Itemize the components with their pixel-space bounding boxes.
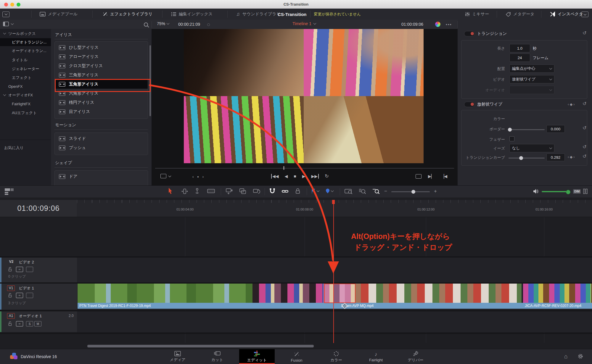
horizontal-scrollbar[interactable]: [87, 345, 314, 347]
timeline-playhead[interactable]: [333, 200, 334, 343]
viewer-zoom-select[interactable]: 75%: [157, 21, 169, 26]
transition-item[interactable]: 三角形アイリス: [55, 70, 148, 80]
clip-thumbnails[interactable]: [355, 284, 522, 303]
sidebar-item-toolbox[interactable]: ツールボックス: [0, 30, 59, 38]
library-layout-button[interactable]: [3, 22, 13, 26]
settings-gear-button[interactable]: [577, 353, 584, 360]
play-button[interactable]: ▶: [302, 174, 305, 179]
position-lock-button[interactable]: [295, 188, 300, 194]
match-frame-out-button[interactable]: ▶▏: [428, 174, 435, 179]
previous-clip-button[interactable]: ◀◀: [271, 174, 279, 179]
track-enable-icon[interactable]: [26, 267, 33, 272]
keyframe-nav-icon[interactable]: ‹◆›: [568, 102, 575, 106]
track-lock-icon[interactable]: [8, 267, 12, 271]
video-transition-select[interactable]: 放射状ワイプ: [509, 75, 554, 83]
zoom-out-button[interactable]: −: [384, 188, 387, 194]
zoom-button[interactable]: [17, 3, 20, 7]
selection-mode-button[interactable]: [168, 188, 173, 194]
track-name[interactable]: ビデオ 1: [19, 286, 34, 291]
auto-select-icon[interactable]: ‹›: [16, 293, 23, 298]
minimize-button[interactable]: [10, 3, 14, 7]
clip-name-bar[interactable]: JICA-AVP-RC5F-REV-0207-20.mp4: [523, 303, 592, 309]
track-name[interactable]: ビデオ 2: [19, 260, 34, 265]
reset-icon[interactable]: ↺: [583, 125, 586, 131]
transition-item[interactable]: ひし型アイリス: [55, 43, 148, 52]
reset-icon[interactable]: ↺: [583, 30, 586, 36]
align-select[interactable]: 編集点が中心: [509, 64, 554, 73]
edit-index-button[interactable]: 編集インデックス: [166, 9, 217, 20]
mixer-button[interactable]: ミキサー: [460, 9, 494, 20]
sound-library-button[interactable]: ♫ サウンドライブラリ: [231, 9, 285, 20]
track-badge[interactable]: V2: [8, 259, 15, 264]
page-color[interactable]: カラー: [318, 349, 354, 364]
transition-item[interactable]: アローアイリス: [55, 52, 148, 61]
viewer-playhead[interactable]: [284, 166, 284, 170]
timeline-panel-toggle-icon[interactable]: [583, 189, 588, 194]
linked-selection-button[interactable]: [282, 188, 288, 194]
gang-indicator-icon[interactable]: [207, 23, 210, 26]
dual-screen-button[interactable]: [581, 12, 588, 17]
metadata-button[interactable]: メタデータ: [501, 9, 539, 20]
clip-name-bar[interactable]: Saturn AVP MQ.mp4: [339, 303, 523, 309]
trim-mode-button[interactable]: [181, 189, 188, 194]
clip-thumbnails[interactable]: [523, 284, 591, 303]
curve-slider[interactable]: [509, 158, 545, 158]
curve-value-field[interactable]: 0.292: [546, 153, 565, 161]
transition-item[interactable]: スライド: [55, 134, 148, 143]
viewer-crop-tool[interactable]: [160, 174, 171, 178]
page-fusion[interactable]: Fusion: [279, 349, 314, 364]
reset-icon[interactable]: ↺: [583, 101, 586, 106]
track-lane-v2[interactable]: [77, 258, 592, 282]
reset-icon[interactable]: ↺: [583, 153, 586, 159]
auto-select-icon[interactable]: ‹›: [16, 321, 23, 326]
dim-button[interactable]: DIM: [573, 189, 581, 194]
border-slider[interactable]: [509, 129, 545, 130]
stop-button[interactable]: ■: [294, 174, 296, 179]
insert-clip-button[interactable]: [226, 188, 233, 195]
ease-select[interactable]: なし: [509, 144, 554, 152]
viewer-seekbar[interactable]: [155, 168, 454, 169]
sidebar-item-favorites[interactable]: お気に入り: [0, 144, 55, 152]
snapping-button[interactable]: [269, 188, 275, 194]
keyframe-nav-icon[interactable]: ‹◆›: [568, 155, 575, 159]
mute-button[interactable]: M: [34, 321, 41, 326]
replace-clip-button[interactable]: [253, 188, 260, 195]
reset-icon[interactable]: ↺: [583, 144, 586, 150]
playhead-handle[interactable]: [332, 200, 335, 204]
viewer-options-button[interactable]: •••: [446, 22, 452, 27]
track-header-v2[interactable]: V2 ビデオ 2 ‹› 0 クリップ: [0, 258, 77, 282]
panel-collapse-button[interactable]: [2, 9, 9, 20]
track-header-v1[interactable]: V1 ビデオ 1 ‹› 3 クリップ: [0, 284, 77, 310]
transition-enable-toggle[interactable]: [464, 31, 475, 36]
track-lane-v1[interactable]: PTN Travel Digest 2019-RC1-F-0129-19.mp4…: [77, 284, 592, 310]
flag-button[interactable]: [311, 188, 319, 194]
marker-button[interactable]: [326, 188, 333, 194]
cinema-viewer-icon[interactable]: [416, 174, 422, 179]
transition-item[interactable]: クロス型アイリス: [55, 61, 148, 70]
transition-selection-box[interactable]: [324, 284, 355, 303]
dynamic-trim-button[interactable]: [194, 188, 200, 194]
clip-thumbnails[interactable]: [252, 284, 324, 303]
page-deliver[interactable]: デリバー: [398, 349, 433, 364]
overwrite-clip-button[interactable]: [239, 188, 246, 195]
volume-knob[interactable]: [566, 190, 570, 194]
next-clip-button[interactable]: ▶▶: [311, 174, 319, 179]
traffic-lights[interactable]: [4, 2, 23, 8]
transition-item[interactable]: 楕円アイリス: [55, 98, 148, 107]
track-name[interactable]: オーディオ 1: [19, 313, 42, 319]
close-button[interactable]: [4, 3, 8, 7]
track-header-a1[interactable]: A1 オーディオ 1 2.0 ‹› S M: [0, 311, 77, 332]
transition-item[interactable]: ドア: [55, 172, 148, 181]
page-cut[interactable]: カット: [200, 349, 235, 364]
sidebar-item-audiofx[interactable]: オーディオFX: [0, 91, 59, 99]
jog-control[interactable]: ‹●›: [192, 174, 204, 179]
track-lane-a1[interactable]: [77, 311, 592, 332]
timeline-view-options-icon[interactable]: [5, 188, 14, 195]
page-fairlight[interactable]: ♪ Fairlight: [358, 349, 394, 364]
border-value-field[interactable]: 0.000: [546, 125, 565, 133]
length-seconds-field[interactable]: 1.0: [509, 44, 530, 52]
effects-library-button[interactable]: エフェクトライブラリ: [98, 9, 157, 20]
track-enable-icon[interactable]: [26, 293, 33, 298]
loop-button[interactable]: ↻: [325, 173, 329, 179]
effects-search-button[interactable]: [144, 22, 148, 28]
